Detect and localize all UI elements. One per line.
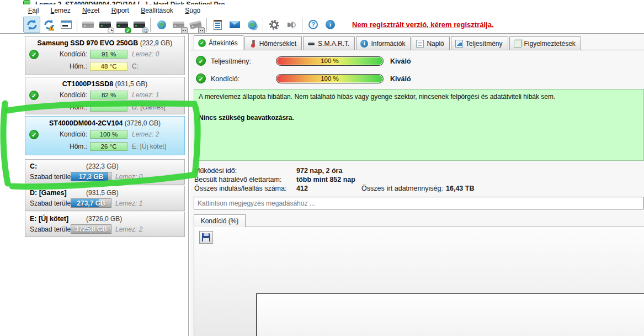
condition-bar: 100 % (276, 74, 384, 83)
performance-row: ✓ Teljesítmény: 100 % Kiváló (190, 56, 644, 67)
menu-riport[interactable]: Riport (107, 5, 134, 15)
disk-number: Lemez: 2 (132, 130, 159, 138)
menu-lemez[interactable]: Lemez (46, 5, 76, 15)
volume-entry-d[interactable]: D: [Games](931,5 GB) Szabad terület 273,… (25, 186, 185, 211)
tab-naplo[interactable]: Napló (412, 36, 449, 50)
tab-attekintes[interactable]: ✓ Áttekintés (194, 35, 243, 50)
condition-history-panel (194, 227, 644, 336)
temperature-bar: 26 °C (90, 142, 127, 151)
toolbar-separator (150, 18, 151, 32)
condition-bar: 91 % (90, 50, 127, 59)
sidebar-splitter[interactable] (188, 34, 189, 336)
condition-label: Kondíció: (42, 130, 87, 138)
disk-connector-icon[interactable] (170, 17, 187, 33)
pages-icon (514, 40, 521, 48)
disk-search-icon[interactable] (131, 17, 148, 33)
chart-icon (455, 40, 463, 48)
refresh-warning-icon[interactable]: ! (40, 17, 57, 33)
status-action-text: Nincs szükség beavatkozásra. (199, 114, 639, 122)
volume-entry-c[interactable]: C:(232,3 GB) Szabad terület 17,3 GB Leme… (25, 159, 185, 185)
temperature-bar: 48 °C (90, 62, 127, 71)
performance-bar: 100 % (276, 56, 384, 66)
disk-clock-icon[interactable] (97, 17, 114, 33)
menu-sugo[interactable]: Súgó (180, 5, 205, 15)
help-icon[interactable]: ? (305, 17, 322, 33)
disk-number: Lemez: 1 (115, 200, 142, 207)
power-on-label: Működési idő: (194, 167, 237, 175)
disk-eject-icon[interactable] (187, 17, 204, 33)
menu-beallitasok[interactable]: Beállítások (136, 5, 178, 15)
free-space-bar: 17,3 GB (71, 172, 111, 181)
condition-bar: 82 % (90, 91, 127, 99)
start-stop-label: Összes indulás/leállás száma: (194, 185, 286, 192)
disk-ok-icon: ✓ (29, 50, 39, 59)
data-written-label: Összes írt adatmennyiség: (361, 185, 443, 192)
free-space-label: Szabad terület (30, 200, 72, 207)
disk-title: CT1000P1SSD8 (931,5 GB) (25, 77, 184, 88)
disk-title: Samsung SSD 970 EVO 250GB (232,9 GB) (25, 36, 184, 47)
tab-figyelmeztetesek[interactable]: Figyelmeztetések (509, 36, 581, 50)
refresh-icon[interactable] (23, 17, 40, 33)
info-circle-icon: i (360, 40, 368, 48)
window-title: Lemez 2, ST4000DM004-2CV104 [...] - Hard… (35, 1, 225, 4)
registration-notice-link[interactable]: Nem regisztrált verzió, kérem regisztrál… (352, 20, 494, 29)
disk-volume: D: [Games] (132, 103, 166, 111)
toolbar-separator (206, 18, 207, 32)
save-chart-button[interactable] (199, 231, 213, 244)
toolbar: ! ✓ ? i Nem regisztrált verzió, kérem re… (23, 16, 644, 33)
tab-smart[interactable]: S.M.A.R.T. (303, 36, 355, 50)
tab-homerseklet[interactable]: Hőmérséklet (244, 36, 302, 50)
volume-entry-e[interactable]: E: [Új kötet](3726,0 GB) Szabad terület … (25, 212, 185, 237)
condition-bar: 100 % (90, 130, 127, 139)
condition-label: Kondíció: (42, 50, 87, 58)
disk-gray-icon[interactable] (79, 17, 97, 33)
condition-label: Kondíció: (42, 91, 87, 99)
temperature-label: Hőm.: (42, 62, 87, 70)
check-circle-icon: ✓ (198, 39, 206, 47)
network-disk-icon[interactable] (153, 17, 170, 33)
gear-icon[interactable] (265, 17, 283, 33)
free-space-bar: 273,7 GB (71, 198, 111, 208)
temperature-label: Hőm.: (42, 103, 87, 111)
app-window: Lemez 2, ST4000DM004-2CV104 [...] - Hard… (0, 0, 644, 336)
notepad-icon[interactable] (209, 17, 226, 33)
speaker-icon[interactable] (283, 17, 300, 33)
tab-teljesitmeny[interactable]: Teljesítmény (451, 36, 508, 50)
disk-list-sidebar: Samsung SSD 970 EVO 250GB (232,9 GB) ✓ K… (23, 34, 188, 336)
power-on-value: 972 nap, 2 óra (296, 167, 342, 175)
disk-entry-samsung-ssd[interactable]: Samsung SSD 970 EVO 250GB (232,9 GB) ✓ K… (25, 36, 185, 75)
disk-number: Lemez: 2 (115, 225, 142, 233)
disk-volume: C: (132, 62, 139, 70)
chart-tab-kondicio[interactable]: Kondíció (%) (194, 214, 246, 227)
condition-label: Kondíció: (211, 75, 239, 83)
info-icon[interactable]: i (322, 17, 339, 33)
lifetime-label: Becsült hátralévő élettartam: (194, 176, 281, 183)
temperature-bar (90, 103, 127, 112)
performance-label: Teljesítmény: (211, 57, 251, 65)
tab-informaciok[interactable]: i Információk (356, 36, 411, 50)
toolbar-separator (263, 18, 263, 32)
disk-check-icon[interactable]: ✓ (114, 17, 131, 33)
main-pane: ✓ Áttekintés Hőmérséklet S.M.A.R.T. i In… (190, 34, 644, 336)
volume-title: D: [Games](931,5 GB) (25, 186, 184, 197)
report-window-icon[interactable] (57, 17, 74, 33)
toolbar-separator (302, 18, 302, 32)
disk-ok-icon: ✓ (29, 130, 39, 139)
lifetime-value: több mint 852 nap (296, 176, 355, 183)
svg-text:!: ! (51, 27, 52, 30)
network-computer-icon[interactable] (243, 17, 260, 33)
volume-title: E: [Új kötet](3726,0 GB) (25, 212, 184, 223)
comment-input[interactable] (194, 197, 644, 209)
free-space-label: Szabad terület (30, 225, 72, 233)
mail-icon[interactable] (226, 17, 243, 33)
disk-number: Lemez: 0 (115, 173, 142, 181)
condition-rating: Kiváló (390, 75, 411, 83)
disk-entry-st4000-selected[interactable]: ST4000DM004-2CV104 (3726,0 GB) ✓ Kondíci… (25, 116, 185, 155)
menu-nezet[interactable]: Nézet (77, 5, 104, 15)
status-text: A merevlemez állapota hibátlan. Nem talá… (199, 93, 639, 101)
disk-entry-ct1000[interactable]: CT1000P1SSD8 (931,5 GB) ✓ Kondíció: 82 %… (25, 77, 185, 114)
menu-fajl[interactable]: Fájl (23, 5, 44, 15)
start-stop-value: 412 (296, 185, 308, 192)
app-logo-icon (23, 0, 30, 4)
disk-volume: E: [Új kötet] (132, 143, 166, 150)
